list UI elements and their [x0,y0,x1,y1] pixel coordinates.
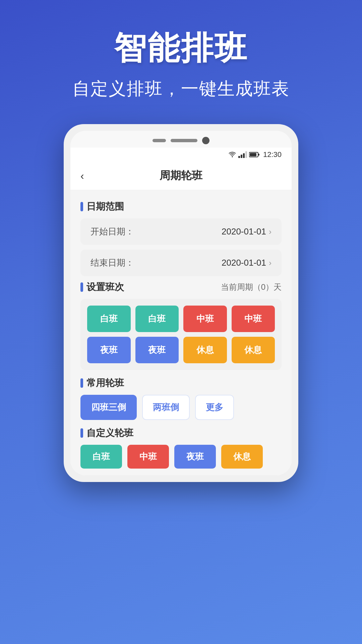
page-title: 周期轮班 [160,168,202,183]
svg-rect-5 [258,154,259,156]
shift-btn-baiban-2[interactable]: 白班 [135,306,179,332]
phone-top-bar [70,131,292,148]
back-button[interactable]: ‹ [80,170,84,182]
shift-btn-xiuxi-2[interactable]: 休息 [232,337,275,363]
shift-btn-zhongban-2[interactable]: 中班 [232,306,275,332]
common-btn-more[interactable]: 更多 [195,395,234,420]
start-date-label: 开始日期： [90,226,134,237]
end-date-label: 结束日期： [90,257,134,269]
sub-title: 自定义排班，一键生成班表 [20,77,342,101]
time-display: 12:30 [263,150,282,159]
common-shifts-section-label: 常用轮班 [80,377,282,389]
start-date-value-row: 2020-01-01 › [222,226,272,237]
main-title: 智能排班 [20,27,342,70]
app-header: ‹ 周期轮班 [70,162,292,190]
custom-shifts-title: 自定义轮班 [86,427,133,439]
shift-btn-yeban-1[interactable]: 夜班 [87,337,131,363]
common-btn-liangban[interactable]: 两班倒 [142,395,190,420]
common-btn-sijian[interactable]: 四班三倒 [80,395,137,420]
status-bar: 12:30 [70,148,292,162]
shift-setup-section-label: 设置班次 当前周期（0）天 [80,281,282,293]
shift-grid: 白班 白班 中班 中班 夜班 夜班 休息 休息 [80,299,282,370]
shift-setup-title: 设置班次 [86,281,124,293]
shift-btn-xiuxi-1[interactable]: 休息 [183,337,227,363]
svg-rect-2 [243,153,245,158]
svg-rect-0 [238,156,240,158]
start-date-chevron-icon: › [269,227,272,236]
shift-btn-yeban-2[interactable]: 夜班 [135,337,179,363]
shift-btn-baiban-1[interactable]: 白班 [87,306,131,332]
start-date-value: 2020-01-01 [222,226,266,237]
section-bar-date [80,202,83,211]
custom-btn-baiban[interactable]: 白班 [80,445,122,469]
section-bar-shift [80,282,83,292]
speaker-left [153,139,166,142]
signal-icon [238,151,247,158]
end-date-card[interactable]: 结束日期： 2020-01-01 › [80,250,282,276]
header-section: 智能排班 自定义排班，一键生成班表 [0,0,362,114]
end-date-chevron-icon: › [269,258,272,268]
start-date-card[interactable]: 开始日期： 2020-01-01 › [80,218,282,245]
app-content: 日期范围 开始日期： 2020-01-01 › 结束日期： 2020-01-01… [70,190,292,475]
custom-btn-xiuxi[interactable]: 休息 [221,445,263,469]
custom-btn-zhongban[interactable]: 中班 [127,445,169,469]
svg-rect-3 [245,151,247,158]
date-range-section-label: 日期范围 [80,200,282,213]
end-date-value: 2020-01-01 [222,258,266,268]
svg-rect-6 [250,153,256,156]
custom-shifts-row: 白班 中班 夜班 休息 [80,445,282,469]
phone-mockup: 12:30 ‹ 周期轮班 日期范围 开始日期： 2020-01-01 › [64,124,298,482]
section-bar-custom [80,428,83,438]
common-shifts-title: 常用轮班 [86,377,124,389]
shift-btn-zhongban-1[interactable]: 中班 [183,306,227,332]
battery-icon [249,152,260,158]
svg-rect-1 [241,155,242,158]
status-icons [228,151,260,158]
speaker-mid [171,139,197,142]
phone-inner: 12:30 ‹ 周期轮班 日期范围 开始日期： 2020-01-01 › [70,131,292,475]
section-bar-common [80,378,83,388]
end-date-value-row: 2020-01-01 › [222,258,272,268]
common-shifts-row: 四班三倒 两班倒 更多 [80,395,282,420]
custom-shifts-section-label: 自定义轮班 [80,427,282,439]
date-range-title: 日期范围 [86,200,124,213]
period-info: 当前周期（0）天 [221,282,282,292]
camera [202,137,209,144]
custom-btn-yeban[interactable]: 夜班 [174,445,216,469]
wifi-icon [228,151,236,158]
